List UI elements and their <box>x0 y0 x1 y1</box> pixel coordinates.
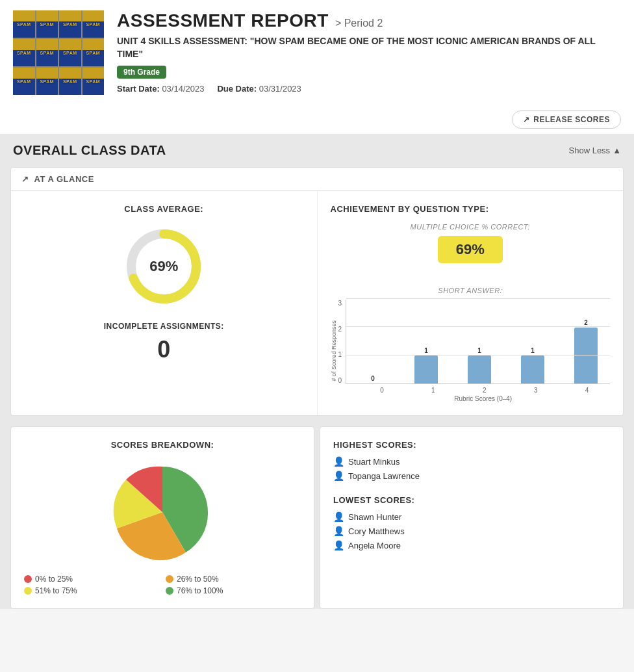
spam-cell <box>13 68 35 95</box>
report-title: ASSESSMENT REPORT <box>117 10 329 31</box>
start-date: Start Date: 03/14/2023 <box>117 84 204 94</box>
header: ASSESSMENT REPORT > Period 2 UNIT 4 SKIL… <box>0 0 634 105</box>
legend-dot-red <box>24 575 32 583</box>
person-icon-green: 👤 <box>333 456 344 467</box>
spam-cell <box>13 39 35 66</box>
highest-person-1: 👤 Stuart Minkus <box>333 456 610 467</box>
bar-col-2: 1 <box>455 347 503 383</box>
legend-item-green: 76% to 100% <box>166 586 301 595</box>
x-axis-title: Rubric Scores (0–4) <box>357 395 611 402</box>
x-labels-row: 0 1 2 3 4 <box>338 384 611 394</box>
lowest-person-2: 👤 Cory Matthews <box>333 526 610 536</box>
pie-chart-svg <box>110 460 214 564</box>
person-icon-orange-2: 👤 <box>333 526 344 536</box>
spam-cell <box>36 68 58 95</box>
x-axis-title-row: Rubric Scores (0–4) <box>338 394 611 402</box>
scores-legend: 0% to 25% 26% to 50% 51% to 75% 76% to 1… <box>24 575 301 595</box>
spam-cell <box>59 68 81 95</box>
highest-person-2: 👤 Topanga Lawrence <box>333 471 610 481</box>
spam-cell <box>82 68 105 95</box>
incomplete-value: 0 <box>24 336 304 363</box>
show-less-button[interactable]: Show Less ▲ <box>569 146 621 155</box>
spam-cell <box>82 39 105 66</box>
mc-badge: 69% <box>438 236 503 263</box>
bar-col-1: 1 <box>402 347 450 383</box>
bar-chart: # of Scored Responses 3 2 1 0 <box>331 300 611 402</box>
achievement-card: ACHIEVEMENT BY QUESTION TYPE: MULTIPLE C… <box>318 191 624 415</box>
bar-3 <box>521 355 544 383</box>
donut-center-text: 69% <box>149 258 178 275</box>
release-scores-button[interactable]: ↗ RELEASE SCORES <box>512 110 621 129</box>
title-row: ASSESSMENT REPORT > Period 2 <box>117 10 621 31</box>
spam-cell <box>59 39 81 66</box>
grid-line-3 <box>346 298 610 299</box>
pie-chart-container <box>24 460 301 564</box>
bar-2 <box>468 355 491 383</box>
dates-row: Start Date: 03/14/2023 Due Date: 03/31/2… <box>117 84 621 94</box>
spam-cell <box>36 39 58 66</box>
bar-col-0: 0 <box>349 375 397 383</box>
donut-chart-container: 69% <box>24 224 304 309</box>
grid-line-1 <box>346 355 610 355</box>
bar-col-4: 2 <box>562 319 610 383</box>
header-content: ASSESSMENT REPORT > Period 2 UNIT 4 SKIL… <box>117 10 621 94</box>
cards-row: CLASS AVERAGE: 69% INCOMPLETE ASSIGNMENT… <box>11 191 623 415</box>
legend-item-yellow: 51% to 75% <box>24 586 159 595</box>
period-label: > Period 2 <box>335 18 383 29</box>
spam-cell <box>36 10 58 38</box>
bars-row: 0 1 1 <box>346 300 610 384</box>
mc-badge-row: 69% <box>331 236 611 275</box>
share-icon: ↗ <box>523 115 530 124</box>
class-average-card: CLASS AVERAGE: 69% INCOMPLETE ASSIGNMENT… <box>11 191 318 415</box>
legend-dot-yellow <box>24 587 32 595</box>
legend-dot-green <box>166 587 173 595</box>
person-icon-orange-3: 👤 <box>333 540 344 550</box>
y-labels: 3 2 1 0 <box>338 300 346 384</box>
person-icon-green-2: 👤 <box>333 471 344 481</box>
bars-and-x: 3 2 1 0 <box>338 300 611 402</box>
overall-header: OVERALL CLASS DATA Show Less ▲ <box>0 134 634 167</box>
release-scores-row: ↗ RELEASE SCORES <box>0 105 634 134</box>
trend-icon: ↗ <box>21 174 29 184</box>
grid-line-2 <box>346 326 610 327</box>
bottom-cards-row: SCORES BREAKDOWN: 0% <box>10 426 624 609</box>
overall-class-data-section: OVERALL CLASS DATA Show Less ▲ ↗ AT A GL… <box>0 134 634 609</box>
overall-title: OVERALL CLASS DATA <box>13 143 166 158</box>
bar-col-3: 1 <box>509 347 557 383</box>
at-a-glance-header: ↗ AT A GLANCE <box>11 168 623 191</box>
spam-cell <box>13 10 35 38</box>
scores-breakdown-card: SCORES BREAKDOWN: 0% <box>10 426 314 609</box>
due-date: Due Date: 03/31/2023 <box>217 84 301 94</box>
grade-badge: 9th Grade <box>117 66 166 79</box>
person-icon-orange-1: 👤 <box>333 511 344 522</box>
bar-1 <box>414 355 438 383</box>
legend-item-orange: 26% to 50% <box>166 575 301 584</box>
legend-dot-orange <box>166 575 173 583</box>
assessment-thumbnail <box>13 10 104 95</box>
assessment-subtitle: UNIT 4 SKILLS ASSESSMENT: "HOW SPAM BECA… <box>117 35 621 60</box>
hl-divider <box>333 485 610 495</box>
spam-cell <box>59 10 81 38</box>
bar-4 <box>574 328 598 383</box>
legend-item-red: 0% to 25% <box>24 575 159 584</box>
donut-chart: 69% <box>121 224 206 309</box>
spam-cell <box>82 10 105 38</box>
lowest-person-1: 👤 Shawn Hunter <box>333 511 610 522</box>
x-labels: 0 1 2 3 4 <box>357 387 611 394</box>
at-a-glance-section: ↗ AT A GLANCE CLASS AVERAGE: 69% <box>10 167 624 416</box>
chevron-up-icon: ▲ <box>613 146 621 155</box>
high-low-scores-card: HIGHEST SCORES: 👤 Stuart Minkus 👤 Topang… <box>320 426 624 609</box>
lowest-person-3: 👤 Angela Moore <box>333 540 610 550</box>
